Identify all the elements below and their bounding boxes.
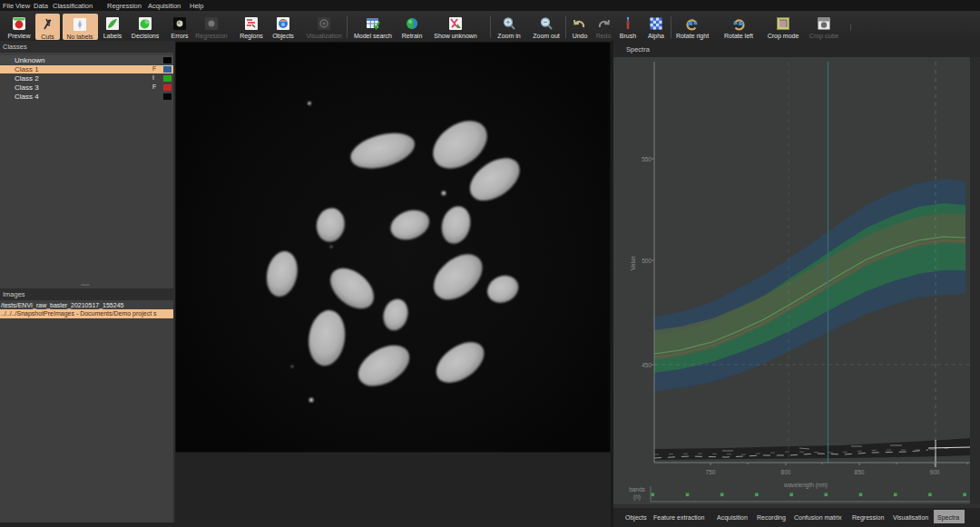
svg-text:550: 550 <box>642 156 652 162</box>
svg-text:900: 900 <box>930 469 940 475</box>
svg-text:Regression: Regression <box>852 514 885 522</box>
svg-text:450: 450 <box>642 362 652 368</box>
svg-text:(n): (n) <box>633 493 641 501</box>
svg-text:wavelength (nm): wavelength (nm) <box>783 482 828 489</box>
svg-text:Objects: Objects <box>625 514 647 522</box>
svg-text:Confusion matrix: Confusion matrix <box>794 514 842 521</box>
svg-text:Spectra: Spectra <box>937 514 959 522</box>
svg-text:Feature extraction: Feature extraction <box>653 514 705 521</box>
svg-text:Acquisition: Acquisition <box>717 514 748 522</box>
svg-text:850: 850 <box>855 469 865 475</box>
svg-text:bands: bands <box>629 486 645 493</box>
svg-text:800: 800 <box>781 469 791 475</box>
svg-text:500: 500 <box>642 258 652 264</box>
svg-text:Value: Value <box>630 256 636 271</box>
svg-text:750: 750 <box>706 469 716 475</box>
svg-text:Spectra: Spectra <box>626 45 651 54</box>
svg-text:Visualisation: Visualisation <box>893 514 928 521</box>
svg-text:Recording: Recording <box>757 514 786 522</box>
